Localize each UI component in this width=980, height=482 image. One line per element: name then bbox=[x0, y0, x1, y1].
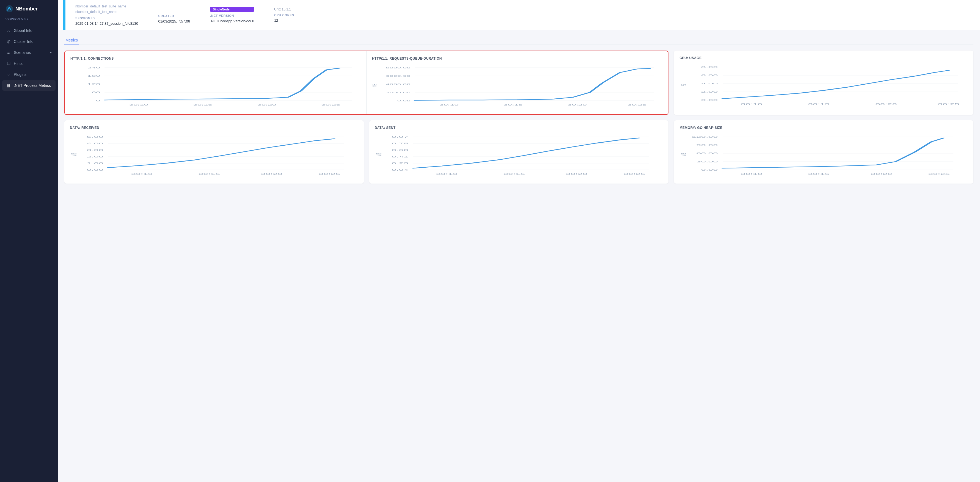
svg-text:0.60: 0.60 bbox=[391, 149, 408, 151]
cpu-cores-label: CPU CORES bbox=[274, 13, 294, 17]
created-label: CREATED bbox=[158, 14, 190, 17]
chart-title-connections: HTTP/1.1: CONNECTIONS bbox=[70, 57, 361, 60]
sidebar: NBomber VERSION 5.8.2 ⌂ Global Info ◎ Cl… bbox=[0, 0, 58, 482]
logo: NBomber bbox=[0, 0, 58, 16]
svg-point-0 bbox=[6, 5, 13, 13]
sidebar-nav: ⌂ Global Info ◎ Cluster Info ≡ Scenarios… bbox=[0, 25, 58, 91]
svg-text:6.00: 6.00 bbox=[701, 74, 718, 77]
chart-svg-queue: 8000.00 6000.00 4000.00 2000.00 0.00 ms … bbox=[372, 65, 663, 109]
sidebar-item-net-process-metrics[interactable]: ▦ .NET Process Metrics bbox=[2, 80, 56, 91]
single-node-badge: SingleNode bbox=[210, 7, 254, 12]
svg-text:30:10: 30:10 bbox=[129, 103, 148, 106]
svg-text:4000.00: 4000.00 bbox=[386, 83, 410, 86]
svg-text:8.00: 8.00 bbox=[701, 66, 718, 68]
svg-text:3.00: 3.00 bbox=[87, 149, 103, 151]
svg-text:30:15: 30:15 bbox=[808, 173, 830, 175]
svg-text:0: 0 bbox=[96, 99, 100, 102]
svg-text:60: 60 bbox=[92, 91, 100, 94]
chart-area-sent: 0.97 0.78 0.60 0.41 0.23 0.04 MB 30:10 3… bbox=[375, 134, 663, 178]
chart-area-memory: 120.00 90.00 60.00 30.00 0.00 MB 30:10 3… bbox=[679, 134, 968, 178]
os-value: Unix 15.1.1 bbox=[274, 8, 294, 11]
svg-text:30:20: 30:20 bbox=[875, 103, 897, 106]
svg-text:0.00: 0.00 bbox=[701, 168, 718, 171]
tabs-bar: Metrics bbox=[64, 36, 974, 45]
chart-data-sent: DATA: SENT 0.97 0.78 0.60 0.41 0.23 bbox=[369, 121, 669, 184]
sidebar-item-plugins[interactable]: ○ Plugins bbox=[2, 69, 56, 80]
chart-title-memory: MEMORY: GC-HEAP-SIZE bbox=[679, 126, 968, 130]
charts-row2: DATA: RECEIVED 5.00 4.00 3.00 2.00 1.00 bbox=[64, 121, 974, 184]
nbomber-logo-icon bbox=[5, 5, 13, 13]
chart-data-received: DATA: RECEIVED 5.00 4.00 3.00 2.00 1.00 bbox=[64, 121, 364, 184]
sidebar-label-plugins: Plugins bbox=[14, 72, 26, 77]
svg-text:4.00: 4.00 bbox=[701, 82, 718, 85]
sidebar-label-scenarios: Scenarios bbox=[14, 50, 31, 55]
chevron-down-icon: ▾ bbox=[50, 51, 52, 54]
svg-text:0.41: 0.41 bbox=[391, 155, 408, 158]
chart-title-sent: DATA: SENT bbox=[375, 126, 663, 130]
svg-text:30:20: 30:20 bbox=[870, 173, 892, 175]
svg-text:180: 180 bbox=[88, 75, 100, 77]
sidebar-label-cluster-info: Cluster Info bbox=[14, 39, 33, 44]
tab-metrics[interactable]: Metrics bbox=[64, 36, 79, 45]
svg-text:30:15: 30:15 bbox=[193, 103, 212, 106]
app-version: VERSION 5.8.2 bbox=[0, 16, 58, 25]
sidebar-item-cluster-info[interactable]: ◎ Cluster Info bbox=[2, 36, 56, 47]
test-name-value: nbomber_default_test_name bbox=[75, 10, 138, 14]
svg-text:30:20: 30:20 bbox=[568, 103, 587, 106]
chart-memory-gc: MEMORY: GC-HEAP-SIZE 120.00 90.00 60.00 … bbox=[674, 121, 974, 184]
svg-text:ms: ms bbox=[372, 84, 378, 87]
sidebar-item-hints[interactable]: ☐ Hints bbox=[2, 58, 56, 69]
svg-text:30:25: 30:25 bbox=[938, 103, 960, 106]
svg-text:MB: MB bbox=[679, 153, 688, 156]
svg-text:120.00: 120.00 bbox=[692, 135, 718, 138]
page-content: Metrics HTTP/1.1: CONNECTIONS bbox=[58, 30, 980, 189]
main-content: nbomber_default_test_suite_name nbomber_… bbox=[58, 0, 980, 482]
svg-text:0.23: 0.23 bbox=[391, 162, 408, 165]
scenarios-icon: ≡ bbox=[6, 50, 11, 55]
svg-text:30:25: 30:25 bbox=[624, 173, 645, 175]
svg-text:120: 120 bbox=[88, 83, 100, 86]
home-icon: ⌂ bbox=[6, 28, 11, 33]
svg-text:240: 240 bbox=[88, 66, 100, 69]
suite-name-value: nbomber_default_test_suite_name bbox=[75, 5, 138, 8]
svg-text:30:10: 30:10 bbox=[741, 173, 762, 175]
svg-text:2.00: 2.00 bbox=[87, 155, 103, 158]
chart-cpu-usage: CPU: USAGE 8.00 6.00 4.00 2.00 0.00 % bbox=[674, 51, 974, 115]
chart-area-received: 5.00 4.00 3.00 2.00 1.00 0.00 MB 30:10 3… bbox=[70, 134, 358, 178]
svg-text:30:10: 30:10 bbox=[741, 103, 762, 106]
chart-area-connections: 240 180 120 60 0 30:10 30:15 30:20 30:25 bbox=[70, 65, 361, 109]
svg-text:30:10: 30:10 bbox=[436, 173, 458, 175]
svg-text:30:15: 30:15 bbox=[199, 173, 220, 175]
chart-svg-received: 5.00 4.00 3.00 2.00 1.00 0.00 MB 30:10 3… bbox=[70, 134, 358, 178]
chart-title-queue: HTTP/1.1: REQUESTS-QUEUE-DURATION bbox=[372, 57, 663, 60]
accent-bar bbox=[63, 0, 65, 30]
plugins-icon: ○ bbox=[6, 72, 11, 77]
svg-text:30:20: 30:20 bbox=[257, 103, 276, 106]
sidebar-label-hints: Hints bbox=[14, 61, 22, 66]
svg-point-1 bbox=[8, 7, 10, 8]
net-version-label: .NET VERSION bbox=[210, 14, 254, 17]
svg-text:30:25: 30:25 bbox=[318, 173, 340, 175]
sidebar-item-scenarios[interactable]: ≡ Scenarios ▾ bbox=[2, 47, 56, 58]
svg-text:2000.00: 2000.00 bbox=[386, 91, 410, 94]
chart-svg-cpu: 8.00 6.00 4.00 2.00 0.00 % 30:10 30:15 3… bbox=[679, 64, 968, 108]
svg-text:30:15: 30:15 bbox=[503, 173, 525, 175]
chart-svg-memory: 120.00 90.00 60.00 30.00 0.00 MB 30:10 3… bbox=[679, 134, 968, 178]
chart-area-cpu: 8.00 6.00 4.00 2.00 0.00 % 30:10 30:15 3… bbox=[679, 64, 968, 108]
svg-text:0.04: 0.04 bbox=[391, 168, 408, 171]
svg-text:60.00: 60.00 bbox=[696, 152, 718, 155]
metrics-icon: ▦ bbox=[6, 83, 11, 88]
net-version-value: .NETCoreApp,Version=v9.0 bbox=[210, 19, 254, 23]
sidebar-label-net-process-metrics: .NET Process Metrics bbox=[14, 83, 51, 88]
app-name: NBomber bbox=[15, 6, 38, 12]
sidebar-label-global-info: Global Info bbox=[14, 28, 32, 33]
session-id-value: 2025-01-03.14.27.87_session_fcfc8130 bbox=[75, 21, 138, 25]
svg-text:0.78: 0.78 bbox=[391, 142, 408, 145]
chart-area-queue: 8000.00 6000.00 4000.00 2000.00 0.00 ms … bbox=[372, 65, 663, 109]
sidebar-item-global-info[interactable]: ⌂ Global Info bbox=[2, 25, 56, 36]
svg-text:30:20: 30:20 bbox=[261, 173, 283, 175]
highlighted-charts-group: HTTP/1.1: CONNECTIONS 240 180 bbox=[64, 51, 668, 115]
svg-text:30:25: 30:25 bbox=[627, 103, 646, 106]
chart-svg-sent: 0.97 0.78 0.60 0.41 0.23 0.04 MB 30:10 3… bbox=[375, 134, 663, 178]
svg-text:6000.00: 6000.00 bbox=[386, 75, 410, 77]
